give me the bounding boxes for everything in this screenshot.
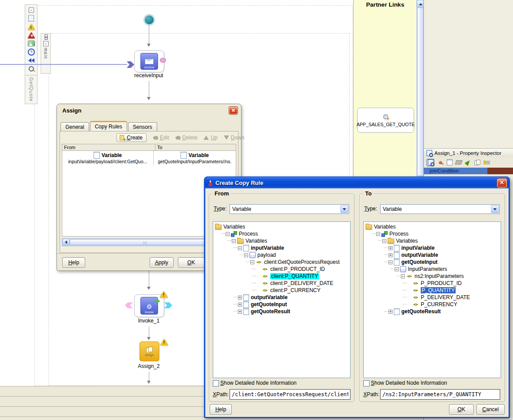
create-button[interactable]: Create	[117, 133, 147, 142]
tree-node[interactable]: −payload	[213, 251, 350, 259]
ok-button[interactable]: OK	[449, 404, 474, 415]
collapse-scope-icon[interactable]: −	[43, 41, 49, 46]
tree-node[interactable]: −client:GetQuoteProcessRequest	[213, 259, 350, 266]
expand-node-icon[interactable]: +	[389, 246, 392, 250]
to-show-detail-checkbox[interactable]	[363, 380, 370, 386]
tree-node[interactable]: P_QUANTITY	[364, 287, 501, 294]
collapse-node-icon[interactable]: −	[382, 239, 386, 243]
collapse-node-icon[interactable]: −	[389, 260, 392, 264]
expand-node-icon[interactable]: +	[238, 303, 242, 307]
start-node[interactable]	[144, 15, 155, 25]
pin-icon[interactable]	[437, 159, 444, 166]
help-button[interactable]: Help	[210, 404, 232, 415]
tree-node[interactable]: +outputVariable	[364, 251, 501, 259]
tree-node[interactable]: −Process	[213, 230, 350, 237]
zoom-icon[interactable]	[26, 64, 36, 73]
eraser-icon[interactable]	[455, 159, 462, 166]
collapse-node-icon[interactable]: −	[238, 246, 242, 250]
column-header-from[interactable]: From	[62, 144, 155, 150]
tree-node[interactable]: P_CURRENCY	[364, 301, 501, 308]
property-value-cell[interactable]	[488, 168, 513, 174]
main-scope-tab[interactable]: − main	[41, 33, 51, 74]
error-icon[interactable]: ✶	[26, 31, 36, 39]
assign-activity-node[interactable]: assign	[140, 341, 159, 361]
tree-node[interactable]: Variables	[213, 223, 350, 230]
inspector-icon[interactable]	[426, 159, 434, 166]
partner-link-app-sales-get-quote[interactable]: ⚙ APP_SALES_GET_QUOTE	[357, 108, 414, 133]
tree-node[interactable]: P_PRODUCT_ID	[364, 280, 501, 287]
tree-node[interactable]: P_DELIVERY_DATE	[364, 294, 501, 301]
cancel-button[interactable]: Cancel	[476, 404, 505, 415]
tree-node[interactable]: +getQuoteResult	[213, 308, 350, 315]
tab-copy-rules[interactable]: Copy Rules	[90, 121, 127, 132]
tree-node[interactable]: −inputVariable	[213, 244, 350, 251]
tree-node[interactable]: −Variables	[364, 237, 501, 244]
expand-node-icon[interactable]: +	[238, 296, 242, 300]
expand-node-icon[interactable]: +	[389, 253, 392, 257]
to-cell[interactable]: Variable getQuoteInput/InputParameters//…	[154, 151, 236, 165]
property-name-cell[interactable]: joinCondition	[424, 168, 488, 174]
expand-node-icon[interactable]: +	[238, 310, 242, 314]
property-row-joincondition[interactable]: joinCondition	[424, 168, 513, 174]
picture-icon[interactable]	[26, 39, 36, 48]
receive-handle-icon[interactable]	[160, 58, 166, 63]
collapse-node-icon[interactable]: −	[401, 274, 405, 278]
tree-node[interactable]: +getQuoteInput	[213, 301, 350, 308]
invoke-warning-icon[interactable]	[160, 291, 168, 298]
tree-node[interactable]: client:P_PRODUCT_ID	[213, 266, 350, 273]
from-xpath-input[interactable]	[230, 389, 351, 400]
chevron-down-icon[interactable]	[491, 205, 499, 213]
help-button[interactable]: Help	[62, 257, 85, 268]
scroll-left-button[interactable]	[62, 239, 70, 246]
tab-general[interactable]: General	[60, 122, 89, 131]
ok-button[interactable]: OK	[178, 257, 204, 268]
copy-icon[interactable]	[474, 159, 481, 166]
collapse-icon[interactable]: −	[26, 6, 36, 14]
tree-node[interactable]: Variables	[364, 223, 501, 230]
assign-warning-icon[interactable]	[160, 339, 168, 345]
from-type-select[interactable]: Variable	[230, 204, 349, 214]
from-variable-tree[interactable]: Variables−Process−Variables−inputVariabl…	[213, 221, 351, 378]
tree-node[interactable]: client:P_DELIVERY_DATE	[213, 280, 350, 287]
scrollbar-thumb[interactable]	[417, 8, 424, 176]
tree-node[interactable]: −getQuoteInput	[364, 259, 501, 266]
document-icon[interactable]	[26, 14, 36, 22]
clock-icon[interactable]	[26, 48, 36, 56]
collapse-node-icon[interactable]: −	[376, 232, 380, 236]
expand-node-icon[interactable]: +	[389, 310, 392, 314]
collapse-node-icon[interactable]: −	[395, 267, 399, 271]
tree-node[interactable]: +getQuoteResult	[364, 308, 501, 315]
column-header-to[interactable]: To	[155, 144, 236, 150]
rewind-icon[interactable]	[26, 56, 36, 64]
warning-icon[interactable]: !	[26, 22, 36, 31]
property-inspector-header[interactable]: Assign_1 - Property Inspector	[424, 148, 513, 158]
from-cell[interactable]: Variable inputVariable/payload//client:G…	[62, 151, 154, 165]
table-row[interactable]: Variable inputVariable/payload//client:G…	[62, 151, 236, 165]
chevron-down-icon[interactable]	[340, 205, 348, 213]
to-variable-tree[interactable]: Variables−Process−Variables+inputVariabl…	[363, 221, 501, 378]
tab-sensors[interactable]: Sensors	[128, 122, 157, 131]
list-icon[interactable]	[483, 159, 490, 166]
form-icon[interactable]	[446, 159, 453, 166]
to-xpath-input[interactable]	[380, 389, 500, 400]
scrollbar-thumb[interactable]: |||	[70, 239, 221, 245]
receive-activity-node[interactable]: receive	[134, 50, 164, 72]
close-icon[interactable]: ✕	[229, 107, 238, 114]
apply-button[interactable]: Apply	[150, 257, 174, 268]
tree-node[interactable]: −Process	[364, 230, 501, 237]
getquote-tab[interactable]: GetQuote	[25, 75, 38, 104]
tree-node[interactable]: −Variables	[213, 237, 350, 244]
tree-node[interactable]: −ns2:InputParameters	[364, 273, 501, 280]
to-type-select[interactable]: Variable	[380, 204, 500, 214]
dialog-titlebar[interactable]: Create Copy Rule ✕	[205, 177, 509, 188]
tree-node[interactable]: +inputVariable	[364, 244, 501, 251]
highlighter-icon[interactable]	[464, 159, 472, 166]
tree-node[interactable]: client:P_CURRENCY	[213, 287, 350, 294]
collapse-node-icon[interactable]: −	[244, 253, 248, 257]
from-show-detail-checkbox[interactable]	[213, 380, 219, 386]
close-icon[interactable]: ✕	[497, 179, 507, 188]
tree-node[interactable]: −InputParameters	[364, 266, 501, 273]
collapse-node-icon[interactable]: −	[232, 239, 236, 243]
collapse-node-icon[interactable]: −	[250, 260, 254, 264]
collapse-node-icon[interactable]: −	[226, 232, 230, 236]
